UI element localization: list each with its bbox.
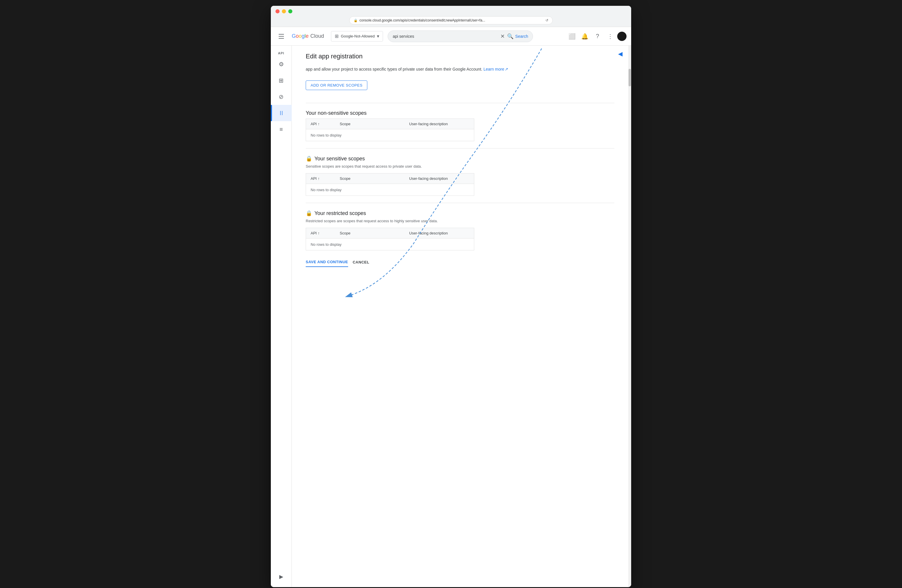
restricted-title: 🔒 Your restricted scopes	[306, 210, 614, 216]
google-cloud-logo: Google Cloud	[292, 33, 324, 39]
col-desc-label-2: User-facing description	[409, 176, 448, 181]
scrollbar-thumb[interactable]	[628, 69, 631, 86]
col-api-3[interactable]: API ↑	[306, 228, 335, 238]
section-divider-3	[306, 203, 614, 203]
grid-icon: ⊞	[335, 33, 338, 39]
dashboard-icon: ⊞	[279, 77, 283, 84]
non-sensitive-scopes-section: Your non-sensitive scopes API ↑ Scope Us…	[306, 110, 614, 141]
non-sensitive-table-body: No rows to display	[306, 129, 474, 141]
search-input[interactable]	[393, 34, 500, 39]
learn-more-text: Learn more	[484, 66, 504, 72]
non-sensitive-table: API ↑ Scope User-facing description No r…	[306, 119, 474, 141]
header-actions: ⬜ 🔔 ? ⋮	[566, 31, 626, 42]
col-scope-3[interactable]: Scope	[335, 228, 404, 238]
col-desc-1: User-facing description	[404, 119, 474, 129]
sensitive-no-rows: No rows to display	[311, 188, 341, 192]
search-button[interactable]: 🔍 Search	[507, 33, 528, 39]
browser-window: 🔒 console.cloud.google.com/apis/credenti…	[271, 6, 631, 587]
reload-icon[interactable]: ↺	[545, 18, 548, 22]
sensitive-title: 🔒 Your sensitive scopes	[306, 155, 614, 162]
project-selector[interactable]: ⊞ Google-Not-Allowed ▾	[331, 31, 383, 42]
library-icon: ≡	[280, 126, 283, 133]
user-avatar[interactable]	[617, 32, 626, 41]
restricted-no-rows: No rows to display	[311, 242, 341, 247]
main-layout: API ⚙ ⊞ ⊘ ⁞⁞ ≡ ▶ ◀	[271, 45, 631, 587]
col-desc-label-1: User-facing description	[409, 122, 448, 126]
search-bar[interactable]: ✕ 🔍 Search	[388, 31, 533, 42]
chevron-down-icon: ▾	[377, 33, 379, 39]
learn-more-link[interactable]: Learn more ↗	[484, 66, 509, 72]
sidebar-item-settings[interactable]: ⚙	[271, 56, 292, 72]
search-button-label: Search	[515, 34, 528, 39]
bell-icon: 🔔	[581, 33, 589, 40]
sensitive-title-text: Your sensitive scopes	[315, 156, 365, 162]
col-desc-2: User-facing description	[404, 174, 474, 184]
bottom-actions: SAVE AND CONTINUE CANCEL	[306, 257, 614, 278]
sensitive-scopes-section: 🔒 Your sensitive scopes Sensitive scopes…	[306, 155, 614, 196]
cancel-button[interactable]: CANCEL	[353, 258, 370, 267]
hamburger-button[interactable]	[276, 31, 287, 42]
clear-search-icon[interactable]: ✕	[500, 33, 505, 39]
sensitive-table-body: No rows to display	[306, 184, 474, 195]
help-button[interactable]: ?	[592, 31, 603, 42]
non-sensitive-title: Your non-sensitive scopes	[306, 110, 614, 116]
api-label: API	[278, 48, 284, 56]
right-scrollbar[interactable]	[628, 45, 631, 587]
minimize-traffic-light[interactable]	[282, 9, 286, 13]
col-scope-2[interactable]: Scope	[335, 174, 404, 184]
sidebar-item-library[interactable]: ≡	[271, 121, 292, 138]
col-scope-label-2: Scope	[340, 176, 351, 181]
col-api-1[interactable]: API ↑	[306, 119, 335, 129]
more-icon: ⋮	[608, 33, 613, 40]
collapse-panel-button[interactable]: ◀	[618, 50, 622, 57]
restricted-desc: Restricted scopes are scopes that reques…	[306, 219, 614, 223]
monitor-icon-button[interactable]: ⬜	[566, 31, 578, 42]
sidebar-expand-button[interactable]: ▶	[276, 571, 287, 582]
description-content: app and allow your project to access spe…	[306, 67, 482, 72]
section-divider-1	[306, 103, 614, 103]
section-divider-2	[306, 148, 614, 149]
monitor-icon: ⬜	[568, 33, 576, 40]
restricted-table-header: API ↑ Scope User-facing description	[306, 228, 474, 239]
col-api-label-3: API ↑	[311, 231, 319, 235]
app-header: Google Cloud ⊞ Google-Not-Allowed ▾ ✕ 🔍 …	[271, 27, 631, 45]
lock-icon-sensitive: 🔒	[306, 155, 312, 162]
sensitive-table-header: API ↑ Scope User-facing description	[306, 174, 474, 184]
non-sensitive-table-header: API ↑ Scope User-facing description	[306, 119, 474, 129]
lock-icon-restricted: 🔒	[306, 210, 312, 216]
col-scope-1[interactable]: Scope	[335, 119, 404, 129]
notifications-button[interactable]: 🔔	[579, 31, 590, 42]
address-bar[interactable]: 🔒 console.cloud.google.com/apis/credenti…	[349, 16, 553, 24]
non-sensitive-title-text: Your non-sensitive scopes	[306, 110, 366, 116]
more-options-button[interactable]: ⋮	[604, 31, 616, 42]
url-text: console.cloud.google.com/apis/credential…	[359, 18, 544, 22]
sidebar-item-credentials[interactable]: ⊘	[271, 89, 292, 105]
browser-chrome: 🔒 console.cloud.google.com/apis/credenti…	[271, 6, 631, 27]
settings-icon: ⚙	[279, 61, 284, 68]
col-api-label-1: API ↑	[311, 122, 319, 126]
expand-icon: ▶	[279, 574, 283, 580]
content-area[interactable]: ◀ Edit app registration app and allow yo…	[292, 45, 628, 587]
maximize-traffic-light[interactable]	[288, 9, 292, 13]
sidebar-item-oauth[interactable]: ⁞⁞	[271, 105, 292, 121]
add-remove-scopes-button[interactable]: ADD OR REMOVE SCOPES	[306, 80, 367, 90]
col-desc-label-3: User-facing description	[409, 231, 448, 235]
sensitive-desc: Sensitive scopes are scopes that request…	[306, 164, 614, 169]
cloud-text: Cloud	[310, 33, 324, 39]
help-icon: ?	[596, 33, 599, 39]
close-traffic-light[interactable]	[276, 9, 280, 13]
hamburger-line	[279, 34, 284, 34]
description-text: app and allow your project to access spe…	[306, 66, 614, 72]
restricted-scopes-section: 🔒 Your restricted scopes Restricted scop…	[306, 210, 614, 250]
col-desc-3: User-facing description	[404, 228, 474, 238]
sidebar-item-dashboard[interactable]: ⊞	[271, 72, 292, 89]
external-link-icon: ↗	[505, 66, 508, 72]
page-title: Edit app registration	[306, 53, 614, 60]
col-scope-label-1: Scope	[340, 122, 351, 126]
col-scope-label-3: Scope	[340, 231, 351, 235]
collapse-icon: ◀	[618, 50, 622, 57]
hamburger-line	[279, 38, 284, 39]
oauth-icon: ⁞⁞	[280, 109, 283, 116]
save-continue-button[interactable]: SAVE AND CONTINUE	[306, 257, 348, 267]
col-api-2[interactable]: API ↑	[306, 174, 335, 184]
